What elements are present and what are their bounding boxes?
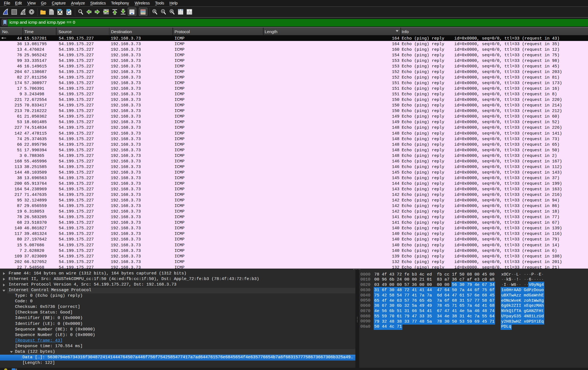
svg-text:1: 1 [189, 9, 190, 12]
svg-text:3: 3 [190, 12, 191, 14]
svg-text:2: 2 [188, 12, 189, 14]
